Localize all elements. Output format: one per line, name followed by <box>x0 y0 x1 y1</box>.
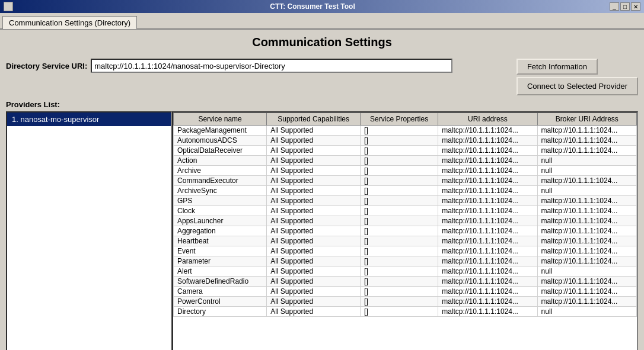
table-header-cell: Service name <box>174 113 267 126</box>
provider-item[interactable]: 1. nanosat-mo-supervisor <box>7 113 171 126</box>
table-cell: Alert <box>174 266 267 277</box>
table-cell: Action <box>174 156 267 166</box>
table-cell: maltcp://10.1.1.1:1024... <box>537 246 636 256</box>
table-cell: All Supported <box>267 126 361 136</box>
page-title: Communication Settings <box>6 36 638 49</box>
table-header-cell: URI address <box>438 113 537 126</box>
table-row[interactable]: ArchiveSyncAll Supported[]maltcp://10.1.… <box>174 186 637 196</box>
close-button[interactable]: ✕ <box>631 2 640 11</box>
table-cell: All Supported <box>267 166 361 176</box>
table-cell: All Supported <box>267 146 361 156</box>
table-cell: maltcp://10.1.1.1:1024... <box>537 236 636 246</box>
connect-button[interactable]: Connect to Selected Provider <box>517 77 638 95</box>
table-cell: maltcp://10.1.1.1:1024... <box>537 226 636 236</box>
table-cell: maltcp://10.1.1.1:1024... <box>537 297 636 307</box>
table-row[interactable]: DirectoryAll Supported[]maltcp://10.1.1.… <box>174 307 637 317</box>
content-area: 1. nanosat-mo-supervisor Service nameSup… <box>6 111 638 350</box>
table-cell: [] <box>361 236 438 246</box>
table-cell: Camera <box>174 287 267 297</box>
table-header-cell: Supported Capabilities <box>267 113 361 126</box>
table-row[interactable]: PackageManagementAll Supported[]maltcp:/… <box>174 126 637 136</box>
table-cell: All Supported <box>267 186 361 196</box>
table-cell: [] <box>361 136 438 146</box>
table-cell: maltcp://10.1.1.1:1024... <box>438 236 537 246</box>
table-cell: maltcp://10.1.1.1:1024... <box>438 186 537 196</box>
table-cell: maltcp://10.1.1.1:1024... <box>438 266 537 277</box>
table-cell: All Supported <box>267 156 361 166</box>
table-cell: maltcp://10.1.1.1:1024... <box>537 176 636 186</box>
table-cell: [] <box>361 277 438 287</box>
table-cell: null <box>537 156 636 166</box>
table-cell: maltcp://10.1.1.1:1024... <box>438 206 537 216</box>
table-cell: maltcp://10.1.1.1:1024... <box>537 277 636 287</box>
table-cell: [] <box>361 216 438 226</box>
providers-list[interactable]: 1. nanosat-mo-supervisor <box>6 111 172 350</box>
table-cell: maltcp://10.1.1.1:1024... <box>438 277 537 287</box>
table-cell: maltcp://10.1.1.1:1024... <box>438 176 537 186</box>
table-cell: [] <box>361 246 438 256</box>
table-cell: maltcp://10.1.1.1:1024... <box>438 226 537 236</box>
table-cell: maltcp://10.1.1.1:1024... <box>537 287 636 297</box>
table-row[interactable]: PowerControlAll Supported[]maltcp://10.1… <box>174 297 637 307</box>
table-row[interactable]: AppsLauncherAll Supported[]maltcp://10.1… <box>174 216 637 226</box>
table-cell: maltcp://10.1.1.1:1024... <box>438 246 537 256</box>
table-row[interactable]: EventAll Supported[]maltcp://10.1.1.1:10… <box>174 246 637 256</box>
services-table: Service nameSupported CapabilitiesServic… <box>173 113 637 317</box>
maximize-button[interactable]: □ <box>620 2 630 11</box>
services-table-wrapper[interactable]: Service nameSupported CapabilitiesServic… <box>172 111 638 350</box>
table-row[interactable]: CommandExecutorAll Supported[]maltcp://1… <box>174 176 637 186</box>
table-cell: Directory <box>174 307 267 317</box>
fetch-button[interactable]: Fetch Information <box>517 59 598 75</box>
table-cell: All Supported <box>267 176 361 186</box>
table-cell: All Supported <box>267 206 361 216</box>
table-body: PackageManagementAll Supported[]maltcp:/… <box>174 126 637 317</box>
table-cell: maltcp://10.1.1.1:1024... <box>438 166 537 176</box>
table-row[interactable]: ParameterAll Supported[]maltcp://10.1.1.… <box>174 256 637 266</box>
table-row[interactable]: GPSAll Supported[]maltcp://10.1.1.1:1024… <box>174 196 637 206</box>
tab-bar: Communication Settings (Directory) <box>0 13 644 30</box>
table-cell: maltcp://10.1.1.1:1024... <box>438 156 537 166</box>
table-cell: [] <box>361 186 438 196</box>
table-cell: GPS <box>174 196 267 206</box>
uri-input[interactable] <box>91 59 452 73</box>
table-cell: null <box>537 307 636 317</box>
table-cell: PowerControl <box>174 297 267 307</box>
table-row[interactable]: HeartbeatAll Supported[]maltcp://10.1.1.… <box>174 236 637 246</box>
table-cell: AutonomousADCS <box>174 136 267 146</box>
table-cell: SoftwareDefinedRadio <box>174 277 267 287</box>
minimize-button[interactable]: _ <box>610 2 619 11</box>
table-cell: maltcp://10.1.1.1:1024... <box>438 146 537 156</box>
table-cell: Event <box>174 246 267 256</box>
table-cell: null <box>537 266 636 277</box>
table-cell: All Supported <box>267 277 361 287</box>
window-title: CTT: Consumer Test Tool <box>15 2 610 11</box>
table-cell: [] <box>361 156 438 166</box>
table-cell: [] <box>361 206 438 216</box>
table-header-row: Service nameSupported CapabilitiesServic… <box>174 113 637 126</box>
table-row[interactable]: SoftwareDefinedRadioAll Supported[]maltc… <box>174 277 637 287</box>
tab-communication-settings[interactable]: Communication Settings (Directory) <box>2 16 137 29</box>
table-row[interactable]: ClockAll Supported[]maltcp://10.1.1.1:10… <box>174 206 637 216</box>
table-cell: OpticalDataReceiver <box>174 146 267 156</box>
table-cell: [] <box>361 307 438 317</box>
table-cell: All Supported <box>267 307 361 317</box>
table-cell: PackageManagement <box>174 126 267 136</box>
table-cell: All Supported <box>267 136 361 146</box>
table-cell: maltcp://10.1.1.1:1024... <box>537 196 636 206</box>
table-row[interactable]: CameraAll Supported[]maltcp://10.1.1.1:1… <box>174 287 637 297</box>
table-row[interactable]: ArchiveAll Supported[]maltcp://10.1.1.1:… <box>174 166 637 176</box>
table-cell: [] <box>361 176 438 186</box>
window-controls: _ □ ✕ <box>610 2 640 11</box>
table-cell: All Supported <box>267 256 361 266</box>
table-cell: maltcp://10.1.1.1:1024... <box>438 287 537 297</box>
table-row[interactable]: ActionAll Supported[]maltcp://10.1.1.1:1… <box>174 156 637 166</box>
table-cell: [] <box>361 166 438 176</box>
table-row[interactable]: AlertAll Supported[]maltcp://10.1.1.1:10… <box>174 266 637 277</box>
table-row[interactable]: OpticalDataReceiverAll Supported[]maltcp… <box>174 146 637 156</box>
table-row[interactable]: AggregationAll Supported[]maltcp://10.1.… <box>174 226 637 236</box>
app-icon <box>4 2 13 11</box>
table-cell: maltcp://10.1.1.1:1024... <box>537 256 636 266</box>
table-cell: Archive <box>174 166 267 176</box>
title-bar: CTT: Consumer Test Tool _ □ ✕ <box>0 0 644 13</box>
table-row[interactable]: AutonomousADCSAll Supported[]maltcp://10… <box>174 136 637 146</box>
